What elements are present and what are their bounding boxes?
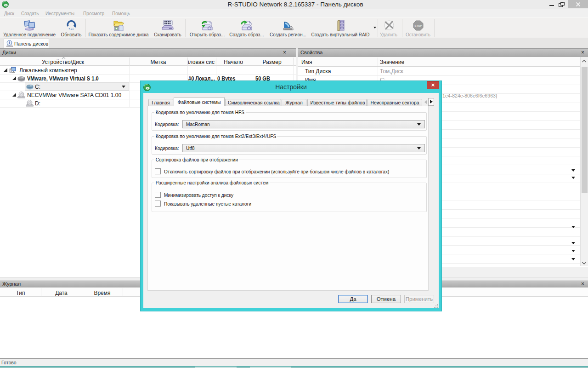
svg-text:STOP: STOP (414, 24, 422, 27)
